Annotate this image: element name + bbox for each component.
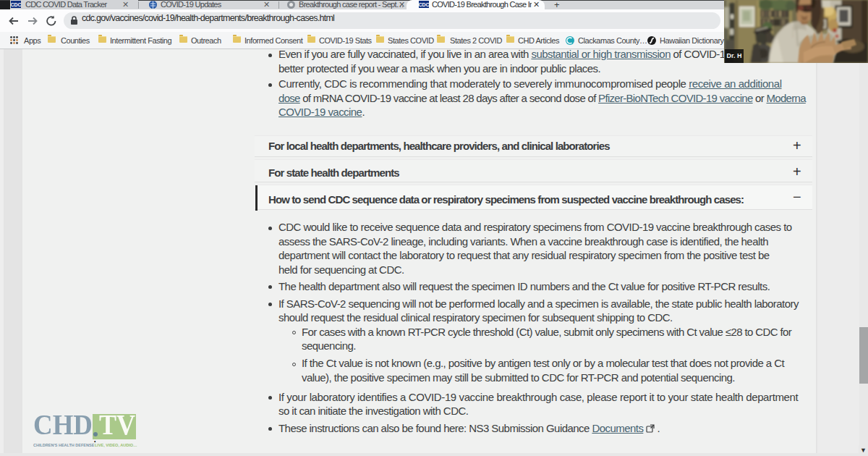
svg-text:CDC: CDC — [419, 2, 429, 7]
svg-text:CDC: CDC — [11, 2, 21, 7]
